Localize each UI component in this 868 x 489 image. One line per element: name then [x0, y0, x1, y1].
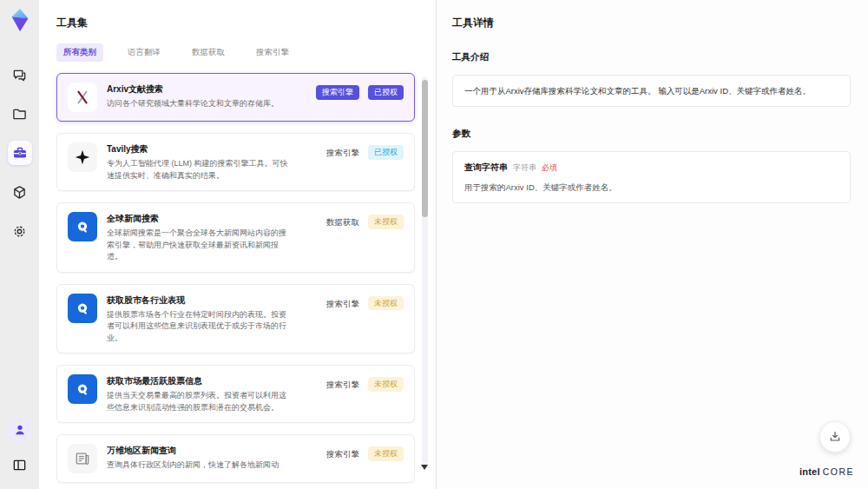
tool-card-global-news[interactable]: 全球新闻搜索 全球新闻搜索是一个聚合全球各大新闻网站内容的搜索引擎，帮助用户快速… — [56, 202, 415, 273]
tool-description: 查询具体行政区划内的新闻，快速了解各地新闻动 — [107, 459, 291, 472]
param-type: 字符串 — [513, 162, 536, 174]
scroll-down-icon[interactable] — [421, 465, 428, 470]
blue-search-icon — [68, 294, 97, 323]
tool-card-active-stocks[interactable]: 获取市场最活跃股票信息 提供当天交易量最高的股票列表。投资者可以利用这些信息来识… — [56, 365, 415, 423]
category-label: 搜索引擎 — [326, 296, 359, 310]
cube-icon[interactable] — [8, 180, 32, 204]
scrollbar-thumb[interactable] — [422, 80, 428, 217]
intro-box: 一个用于从Arxiv存储库搜索科学论文和文章的工具。 输入可以是Arxiv ID… — [452, 75, 851, 107]
category-badge: 搜索引擎 — [316, 85, 359, 100]
status-badge: 已授权 — [368, 145, 404, 160]
param-required-label: 必填 — [542, 162, 557, 174]
tab-data-fetch[interactable]: 数据获取 — [185, 43, 232, 62]
intro-heading: 工具介绍 — [452, 51, 851, 63]
param-description: 用于搜索的Arxiv ID、关键字或作者姓名。 — [464, 181, 838, 194]
toolbox-icon[interactable] — [8, 141, 32, 165]
tab-all-categories[interactable]: 所有类别 — [56, 43, 103, 62]
tool-card-tavily[interactable]: Tavily搜索 专为人工智能代理 (LLM) 构建的搜索引擎工具。可快速提供实… — [56, 133, 415, 191]
blue-search-icon — [68, 212, 97, 241]
tool-card-region-news[interactable]: 万维地区新闻查询 查询具体行政区划内的新闻，快速了解各地新闻动 搜索引擎 未授权 — [56, 434, 415, 483]
tool-detail-panel: 工具详情 工具介绍 一个用于从Arxiv存储库搜索科学论文和文章的工具。 输入可… — [436, 0, 868, 489]
category-label: 搜索引擎 — [326, 377, 359, 391]
tool-description: 提供当天交易量最高的股票列表。投资者可以利用这些信息来识别流动性强的股票和潜在的… — [107, 390, 291, 413]
list-scrollbar[interactable] — [422, 76, 428, 466]
param-name: 查询字符串 — [464, 161, 508, 175]
params-heading: 参数 — [452, 128, 851, 140]
status-badge: 已授权 — [368, 85, 404, 100]
download-button[interactable] — [819, 421, 851, 453]
panel-toggle-icon[interactable] — [8, 453, 32, 477]
tool-card-list: Arxiv文献搜索 访问各个研究领域大量科学论文和文章的存储库。 搜索引擎 已授… — [56, 73, 415, 483]
param-box: 查询字符串 字符串 必填 用于搜索的Arxiv ID、关键字或作者姓名。 — [452, 151, 851, 203]
tool-name: 获取股市各行业表现 — [107, 294, 291, 306]
sidebar — [0, 0, 39, 489]
tool-name: Arxiv文献搜索 — [107, 83, 291, 95]
sparkle-icon — [68, 142, 97, 172]
intel-core-logo: intel CORE — [799, 466, 854, 477]
tool-card-sector-performance[interactable]: 获取股市各行业表现 提供股票市场各个行业在特定时间段内的表现。投资者可以利用这些… — [56, 284, 415, 354]
download-icon — [828, 430, 842, 444]
chat-icon[interactable] — [8, 63, 32, 87]
tool-name: Tavily搜索 — [107, 143, 291, 155]
tab-language-translation[interactable]: 语言翻译 — [121, 43, 168, 62]
category-tabs: 所有类别 语言翻译 数据获取 搜索引擎 — [56, 43, 415, 62]
category-label: 数据获取 — [326, 215, 359, 228]
category-label: 搜索引擎 — [326, 446, 359, 460]
gear-icon[interactable] — [8, 219, 32, 243]
newspaper-icon — [68, 444, 97, 473]
tool-description: 全球新闻搜索是一个聚合全球各大新闻网站内容的搜索引擎，帮助用户快速获取全球最新资… — [107, 228, 291, 263]
tool-name: 全球新闻搜索 — [107, 213, 291, 224]
core-wordmark: CORE — [823, 466, 854, 477]
blue-search-icon — [68, 374, 97, 404]
tool-card-arxiv[interactable]: Arxiv文献搜索 访问各个研究领域大量科学论文和文章的存储库。 搜索引擎 已授… — [56, 73, 415, 122]
arxiv-icon — [68, 83, 97, 112]
tool-name: 获取市场最活跃股票信息 — [107, 375, 291, 387]
detail-title: 工具详情 — [452, 16, 851, 30]
tool-description: 专为人工智能代理 (LLM) 构建的搜索引擎工具。可快速提供实时、准确和真实的结… — [107, 158, 291, 182]
tool-name: 万维地区新闻查询 — [107, 445, 291, 456]
status-badge: 未授权 — [368, 377, 404, 392]
intel-wordmark: intel — [799, 466, 820, 477]
status-badge: 未授权 — [368, 296, 404, 311]
page-title: 工具集 — [56, 16, 415, 30]
status-badge: 未授权 — [368, 446, 404, 461]
app-logo-icon — [7, 7, 33, 33]
category-label: 搜索引擎 — [326, 145, 359, 159]
status-badge: 未授权 — [368, 215, 404, 229]
folder-icon[interactable] — [8, 102, 32, 126]
tool-list-panel: 工具集 所有类别 语言翻译 数据获取 搜索引擎 Arxiv文献搜索 访问各个研究… — [39, 0, 436, 489]
tab-search-engine[interactable]: 搜索引擎 — [249, 43, 296, 62]
user-icon[interactable] — [8, 418, 32, 442]
tool-description: 提供股票市场各个行业在特定时间段内的表现。投资者可以利用这些信息来识别表现优于或… — [107, 309, 291, 345]
tool-description: 访问各个研究领域大量科学论文和文章的存储库。 — [107, 98, 291, 110]
